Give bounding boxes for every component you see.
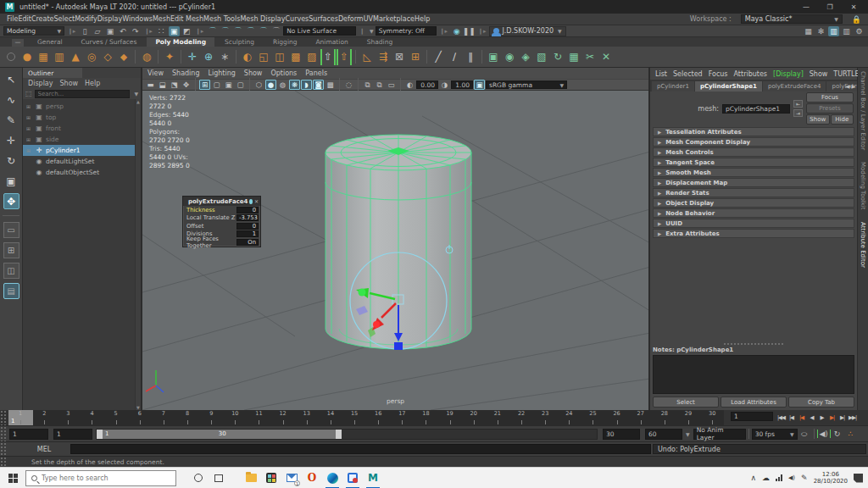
shelf-tab[interactable]: Animation	[307, 37, 356, 47]
shelf-icon[interactable]: ▦	[566, 49, 581, 64]
current-time-field[interactable]: 1	[731, 412, 773, 421]
shelf-tab[interactable]: Shading	[359, 37, 401, 47]
shelf-icon[interactable]: ◎	[84, 49, 99, 64]
menu-item[interactable]: Mesh Tools	[203, 15, 240, 23]
tray-chevron-icon[interactable]: ∧	[750, 474, 756, 482]
drag-handle[interactable]	[0, 426, 8, 441]
notes-textarea[interactable]	[653, 355, 854, 394]
outliner-filter-icon[interactable]: ⬚	[25, 90, 32, 97]
layout-shortcut-icon[interactable]: ⊞	[3, 242, 19, 258]
animation-end-field[interactable]: 60	[645, 429, 682, 440]
save-scene-icon[interactable]: ▣	[104, 26, 115, 36]
splitter-handle[interactable]	[724, 343, 783, 345]
tool-icon[interactable]: ▣	[3, 173, 19, 189]
gamma-field[interactable]: 1.00	[451, 80, 473, 89]
viewport-toolbar-icon[interactable]: ◙	[313, 80, 324, 90]
attribute-section-header[interactable]: ▶ Tangent Space	[653, 158, 854, 167]
group-expander[interactable]: ❙▸	[196, 28, 203, 35]
shelf-icon[interactable]: ◺	[359, 49, 375, 64]
workspace-dropdown[interactable]: Maya Classic*▼	[741, 14, 843, 24]
shelf-icon[interactable]: ●	[19, 49, 35, 64]
tool-icon[interactable]: ∿	[3, 92, 19, 108]
frame-tick[interactable]: 10	[223, 410, 247, 425]
tool-settings-toggle-icon[interactable]: ▥	[841, 26, 852, 36]
tab-scroll-arrows[interactable]: ◀ ▶	[846, 83, 855, 89]
frame-tick[interactable]: 25	[581, 410, 604, 425]
frame-tick[interactable]: 17	[390, 410, 414, 425]
playback-button[interactable]: ▶|	[827, 413, 837, 424]
viewport-menu-item[interactable]: View	[147, 69, 164, 77]
frame-tick[interactable]: 13	[295, 410, 319, 425]
cortana-icon[interactable]	[188, 468, 209, 488]
tray-clock[interactable]: 12:06 28/10/2020	[814, 471, 848, 485]
frame-tick[interactable]: 27	[629, 410, 653, 425]
mail-icon[interactable]: 1	[281, 468, 302, 488]
shelf-icon[interactable]: ◉	[502, 49, 517, 64]
viewport-toolbar-icon[interactable]: ●	[265, 80, 276, 90]
fps-dropdown[interactable]: 30 fps▼	[752, 429, 798, 440]
frame-tick[interactable]: 8	[175, 410, 199, 425]
viewport-toolbar-icon[interactable]: ▩	[325, 80, 336, 90]
shelf-icon[interactable]: ◍	[139, 49, 154, 64]
show-button[interactable]: Show	[806, 114, 830, 125]
pause-viewport-icon[interactable]: ❚❚	[464, 26, 475, 36]
shelf-icon[interactable]: ⊠	[392, 49, 407, 64]
playback-start-field[interactable]: 1	[53, 429, 92, 440]
attribute-editor-menu-item[interactable]: List	[655, 70, 667, 78]
shelf-icon[interactable]: ◇	[100, 49, 115, 64]
attribute-section-header[interactable]: ▶ Render Stats	[653, 188, 854, 197]
gamma-icon[interactable]: ◑	[439, 80, 450, 90]
outliner-menu-item[interactable]: Show	[60, 80, 79, 87]
maya-taskbar-icon[interactable]: M	[363, 468, 383, 488]
shelf-tab[interactable]: Rigging	[264, 37, 305, 47]
menu-item[interactable]: Mesh	[153, 15, 170, 23]
attribute-section-header[interactable]: ▶ Object Display	[653, 198, 854, 208]
open-scene-icon[interactable]: ▱	[92, 26, 103, 36]
viewport-menu-item[interactable]: Shading	[172, 69, 200, 77]
group-expander[interactable]: ❙▸	[68, 28, 75, 35]
attribute-section-header[interactable]: ▶ UUID	[653, 219, 854, 228]
symmetry-field[interactable]: Symmetry: Off	[376, 26, 437, 36]
viewport-canvas[interactable]: Verts: 2722 2722 0 Edges: 5440 5440 0 Po…	[142, 91, 648, 410]
mesh-name-field[interactable]: pCylinderShape1	[722, 104, 790, 114]
sidebar-vertical-tab[interactable]: Channel Box / Layer Editor	[860, 71, 866, 150]
shelf-icon[interactable]: ↻	[550, 49, 565, 64]
shelf-icon[interactable]: ✦	[162, 49, 177, 64]
outliner-item[interactable]: ⊞ ▣ persp	[23, 101, 141, 112]
your-phone-icon[interactable]	[342, 468, 363, 488]
maximize-button[interactable]: ❐	[821, 3, 839, 11]
frame-tick[interactable]: 22	[509, 410, 533, 425]
menu-item[interactable]: Select	[53, 15, 75, 23]
menu-item[interactable]: Mesh Display	[240, 15, 285, 23]
viewport-toolbar-icon[interactable]: ◐	[404, 80, 415, 90]
attribute-editor-menu-item[interactable]: Attributes	[734, 70, 768, 78]
office-icon[interactable]: O	[302, 468, 322, 488]
shelf-icon[interactable]: ▨	[304, 49, 320, 64]
viewport-toolbar-icon[interactable]: ⬔	[169, 80, 180, 90]
frame-tick[interactable]: 21	[486, 410, 509, 425]
frame-tick[interactable]: 23	[533, 410, 557, 425]
attribute-section-header[interactable]: ▶ Smooth Mesh	[653, 168, 854, 177]
edge-icon[interactable]	[322, 468, 342, 488]
shelf-icon[interactable]: ∗	[217, 49, 232, 64]
command-input[interactable]	[70, 444, 651, 454]
color-management-icon[interactable]: ▣	[474, 80, 485, 90]
frame-tick[interactable]: 7	[152, 410, 175, 425]
in-view-editor-value[interactable]: 1	[236, 230, 259, 237]
viewport-toolbar-icon[interactable]: ▢	[211, 80, 222, 90]
attribute-section-header[interactable]: ▶ Extra Attributes	[653, 229, 854, 238]
viewport-menu-item[interactable]: Lighting	[208, 69, 235, 77]
viewport-toolbar-icon[interactable]: ◌	[343, 80, 354, 90]
snap-to-view-plane-icon[interactable]: ⌒	[258, 26, 269, 36]
frame-tick[interactable]: 15	[342, 410, 366, 425]
shelf-tab[interactable]: Sculpting	[216, 37, 263, 47]
snap-to-curve-icon[interactable]: ⌒	[220, 26, 231, 36]
viewport-toolbar-icon[interactable]: ✥	[181, 80, 192, 90]
outliner-item[interactable]: ◉ defaultObjectSet	[23, 167, 141, 178]
shelf-icon[interactable]: ╱	[431, 49, 446, 64]
attribute-editor-tab[interactable]: pCylinderShape1	[695, 81, 762, 92]
notification-center-icon[interactable]	[854, 474, 863, 483]
microsoft-store-icon[interactable]	[261, 468, 281, 488]
shelf-icon[interactable]: ∕	[447, 49, 462, 64]
focus-button[interactable]: Focus	[806, 92, 854, 103]
